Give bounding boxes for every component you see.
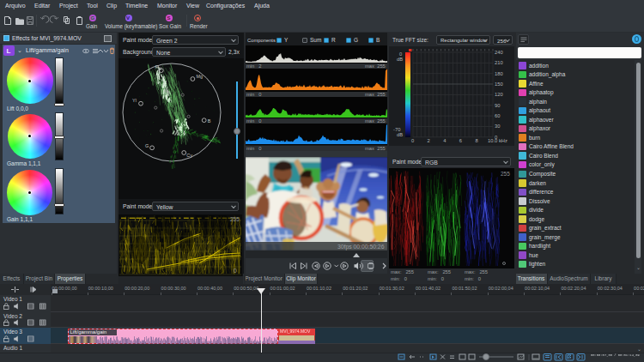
svg-text:Cy: Cy xyxy=(186,153,192,158)
svg-text:B: B xyxy=(208,118,211,124)
svg-text:30fps 00:00:50:26: 30fps 00:00:50:26 xyxy=(337,244,385,250)
svg-text:Yl: Yl xyxy=(132,98,137,103)
svg-text:Mg: Mg xyxy=(196,74,203,79)
svg-text:G: G xyxy=(145,143,149,148)
svg-text:R: R xyxy=(155,64,159,69)
